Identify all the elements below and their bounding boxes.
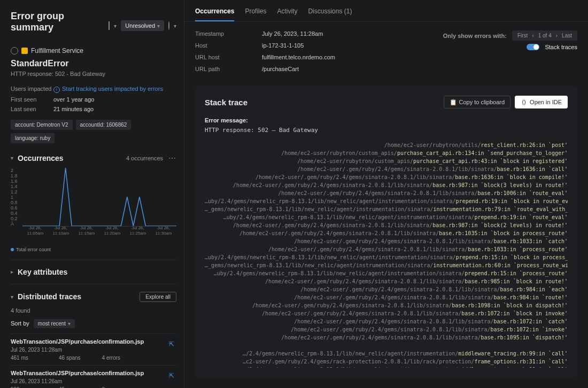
service-badge-icon	[21, 48, 28, 54]
trace-item[interactable]: WebTransaction/JSP/purchase/confirmation…	[11, 365, 176, 389]
trace-spans: 46 spans	[59, 355, 81, 361]
status-dropdown[interactable]: Unresolved▾	[121, 20, 164, 31]
error-class: StandardError	[11, 59, 176, 68]
urlhost-value: fulfillment.telco.nrdemo.com	[262, 54, 335, 60]
tab-occurrences[interactable]: Occurrences	[195, 7, 234, 21]
error-message: HTTP response: 502 - Bad Gateway	[11, 71, 176, 77]
timestamp-value: July 26, 2023, 11:28am	[262, 30, 323, 37]
trace-time: Jul 26, 2023 11:28am	[11, 347, 176, 353]
last-seen-label: Last seen	[11, 106, 53, 112]
tag[interactable]: accountId: 1606862	[76, 120, 131, 130]
globe-icon	[11, 47, 18, 55]
more-icon[interactable]: ⋯	[168, 154, 176, 162]
sort-label: Sort by	[11, 320, 29, 327]
stack-trace-title: Stack trace	[205, 98, 247, 107]
pager[interactable]: First‹1 of 4›Last	[512, 30, 577, 41]
chevron-down-icon[interactable]: ▾	[114, 23, 117, 29]
traces-found: 4 found	[11, 307, 176, 314]
filter-label: Only show errors with:	[443, 33, 507, 39]
occurrences-count: 4 occurrences	[126, 155, 163, 161]
trace-time: Jul 26, 2023 11:26am	[11, 378, 176, 384]
host-value: ip-172-31-1-105	[262, 42, 304, 49]
tab-activity[interactable]: Activity	[277, 7, 297, 21]
code-icon: ⟨⟩	[521, 99, 527, 105]
trace-errors: 4 errors	[102, 355, 120, 361]
error-message-label: Error message:	[205, 117, 568, 123]
key-attributes-title: Key attributes	[18, 268, 67, 276]
timestamp-label: Timestamp	[195, 30, 262, 37]
trace-errors: 3 errors	[102, 386, 120, 389]
tab-discussions[interactable]: Discussions (1)	[308, 7, 352, 21]
occurrences-title: Occurrences	[18, 154, 64, 162]
chevron-down-icon[interactable]: ▾	[174, 23, 176, 29]
first-seen-label: First seen	[11, 96, 53, 103]
last-seen-value: 21 minutes ago	[53, 106, 94, 112]
external-link-icon[interactable]: ⇱	[169, 340, 176, 348]
tag[interactable]: language: ruby	[11, 133, 55, 143]
open-ide-button[interactable]: ⟨⟩Open in IDE	[515, 96, 568, 108]
traces-title: Distributed traces	[18, 292, 81, 301]
explore-all-button[interactable]: Explore all	[140, 292, 176, 302]
user-icon[interactable]	[168, 22, 169, 29]
first-seen-value: over 1 year ago	[53, 96, 94, 103]
info-icon: i	[53, 87, 60, 93]
urlpath-label: URL path	[195, 66, 262, 72]
page-title: Error group summary	[11, 11, 109, 33]
caret-right-icon[interactable]: ▸	[11, 269, 13, 275]
trace-name: WebTransaction/JSP/purchase/confirmation…	[11, 370, 176, 376]
trace-item[interactable]: WebTransaction/JSP/purchase/confirmation…	[11, 333, 176, 365]
service-name[interactable]: Fulfillment Service	[31, 47, 83, 55]
legend-dot-icon	[11, 248, 14, 251]
urlpath-value: /purchaseCart	[262, 66, 299, 72]
trace-name: WebTransaction/JSP/purchase/confirmation…	[11, 338, 176, 345]
caret-down-icon[interactable]: ▾	[11, 294, 13, 300]
tag[interactable]: account: Demotron V2	[11, 120, 73, 130]
diamond-icon[interactable]	[109, 22, 110, 29]
chart-legend: Total error count	[16, 247, 51, 252]
stack-traces-toggle[interactable]	[527, 44, 539, 50]
error-message-text: HTTP response: 502 – Bad Gateway	[205, 127, 568, 134]
trace-duration: 461 ms	[11, 355, 37, 361]
occurrences-chart: 21.81.61.41.210.80.60.40.2Â Jul 26, 11:0…	[11, 168, 176, 237]
tracking-link[interactable]: Start tracking users impacted by errors	[62, 86, 163, 92]
urlhost-label: URL host	[195, 54, 262, 60]
trace-spans: 45 spans	[59, 386, 81, 389]
toggle-label: Stack traces	[545, 44, 577, 50]
caret-down-icon[interactable]: ▾	[11, 155, 13, 161]
tab-profiles[interactable]: Profiles	[245, 7, 266, 21]
sort-dropdown[interactable]: most recent▾	[34, 319, 75, 328]
stack-trace-lines: /home/ec2-user/rubytron/utils/rest_clien…	[205, 141, 568, 368]
copy-button[interactable]: 📋Copy to clipboard	[444, 96, 510, 108]
clipboard-icon: 📋	[450, 99, 456, 105]
host-label: Host	[195, 42, 262, 49]
users-impacted-label: Users impacted	[11, 86, 53, 93]
trace-duration: 599 ms	[11, 386, 37, 389]
external-link-icon[interactable]: ⇱	[169, 372, 176, 379]
